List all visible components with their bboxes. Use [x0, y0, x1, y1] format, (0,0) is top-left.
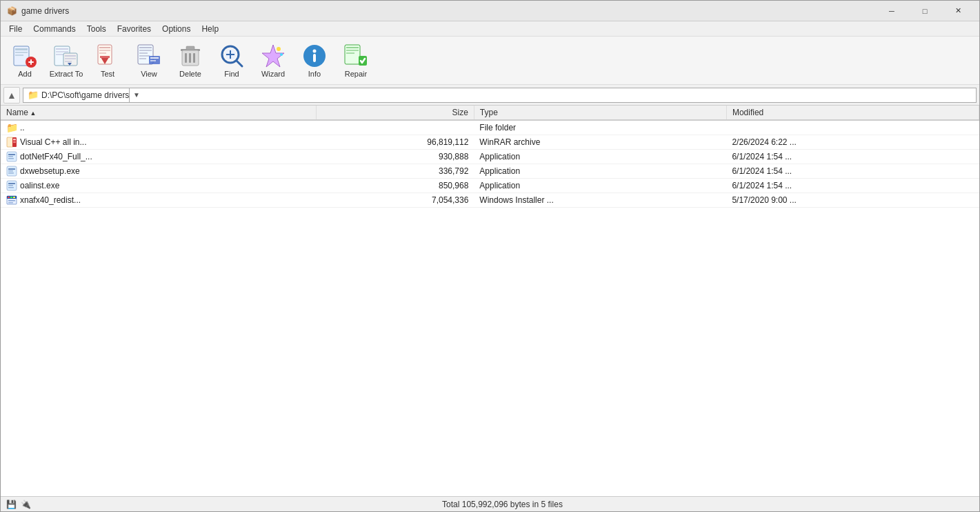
maximize-button[interactable]: □ [909, 1, 941, 21]
svg-rect-74 [13, 197, 15, 198]
file-table-body: 📁..File folder Visual C++ all in...96,81… [1, 120, 979, 208]
svg-rect-12 [65, 55, 76, 57]
menu-item-help[interactable]: Help [196, 21, 224, 37]
extract-button[interactable]: Extract To [46, 39, 86, 82]
menu-item-commands[interactable]: Commands [28, 21, 81, 37]
column-header-name[interactable]: Name [1, 106, 317, 120]
file-icon [6, 195, 17, 206]
test-button-label: Test [101, 70, 114, 78]
svg-rect-64 [8, 170, 13, 172]
svg-rect-55 [13, 139, 16, 140]
svg-marker-42 [262, 45, 284, 67]
table-row[interactable]: xnafx40_redist...7,054,336Windows Instal… [1, 193, 979, 208]
svg-rect-76 [8, 202, 13, 204]
svg-rect-75 [8, 200, 15, 201]
file-name-text: dxwebsetup.exe [20, 166, 80, 176]
svg-point-46 [313, 49, 317, 52]
file-list[interactable]: Name Size Type Modified 📁..File folder V… [1, 106, 979, 496]
svg-rect-2 [15, 52, 28, 53]
file-type-cell: File folder [474, 120, 726, 135]
svg-rect-3 [15, 55, 23, 56]
wizard-button-label: Wizard [261, 70, 285, 78]
file-name-cell: xnafx40_redist... [1, 193, 317, 208]
close-button[interactable]: ✕ [942, 1, 974, 21]
file-type-cell: WinRAR archive [474, 135, 726, 150]
table-row[interactable]: oalinst.exe850,968Application6/1/2024 1:… [1, 179, 979, 193]
file-modified-cell: 6/1/2024 1:54 ... [726, 150, 979, 164]
svg-rect-26 [139, 55, 150, 57]
svg-rect-72 [8, 197, 10, 198]
table-row[interactable]: 📁..File folder [1, 120, 979, 135]
svg-rect-49 [346, 47, 359, 48]
column-header-modified[interactable]: Modified [726, 106, 979, 120]
svg-rect-29 [150, 57, 159, 59]
test-button[interactable]: Test [88, 39, 128, 82]
content-area: Name Size Type Modified 📁..File folder V… [1, 106, 979, 496]
svg-rect-8 [56, 48, 68, 50]
menu-item-options[interactable]: Options [157, 21, 196, 37]
find-button[interactable]: Find [212, 39, 252, 82]
svg-rect-73 [10, 197, 12, 198]
view-button[interactable]: View [129, 39, 169, 82]
menu-item-tools[interactable]: Tools [81, 21, 112, 37]
svg-rect-35 [189, 53, 191, 63]
svg-rect-19 [99, 52, 106, 54]
view-button-label: View [141, 70, 157, 78]
svg-rect-69 [8, 187, 14, 188]
file-name-text: dotNetFx40_Full_... [20, 152, 92, 161]
find-button-label: Find [224, 70, 239, 78]
file-name-cell: 📁.. [1, 120, 317, 135]
svg-rect-27 [139, 58, 146, 59]
folder-icon: 📁 [28, 90, 39, 100]
svg-rect-13 [65, 58, 76, 59]
column-header-type[interactable]: Type [474, 106, 726, 120]
address-path-container[interactable]: 📁 D:\PC\soft\game drivers ▼ [23, 88, 977, 103]
svg-rect-24 [139, 50, 152, 51]
svg-rect-59 [8, 154, 15, 155]
file-modified-cell [726, 120, 979, 135]
table-row[interactable]: dotNetFx40_Full_...930,888Application6/1… [1, 150, 979, 164]
table-header-row: Name Size Type Modified [1, 106, 979, 120]
app-icon: 📦 [6, 6, 17, 17]
menu-item-favorites[interactable]: Favorites [112, 21, 157, 37]
file-icon: 📁 [6, 122, 17, 133]
minimize-button[interactable]: ─ [876, 1, 908, 21]
extract-button-label: Extract To [50, 70, 83, 78]
status-icon-2: 🔌 [21, 500, 31, 509]
file-modified-cell: 5/17/2020 9:00 ... [726, 193, 979, 208]
menu-item-file[interactable]: File [3, 21, 28, 37]
address-dropdown-button[interactable]: ▼ [129, 88, 143, 103]
svg-point-44 [280, 53, 283, 56]
svg-rect-50 [346, 50, 359, 51]
file-type-cell: Application [474, 164, 726, 179]
svg-rect-56 [13, 141, 16, 141]
window-title: game drivers [21, 6, 876, 16]
svg-rect-21 [100, 56, 110, 58]
svg-rect-32 [186, 46, 194, 50]
info-button[interactable]: Info [294, 39, 334, 82]
add-button[interactable]: Add [5, 39, 45, 82]
file-size-cell [317, 120, 474, 135]
file-name-text: xnafx40_redist... [20, 195, 81, 205]
file-name-text: .. [20, 123, 25, 132]
table-row[interactable]: dxwebsetup.exe336,792Application6/1/2024… [1, 164, 979, 179]
svg-rect-6 [30, 59, 32, 65]
repair-button[interactable]: Repair [336, 39, 376, 82]
file-name-cell: dotNetFx40_Full_... [1, 150, 317, 164]
navigate-up-button[interactable]: ▲ [3, 87, 20, 104]
svg-rect-60 [8, 156, 13, 157]
file-name-cell: oalinst.exe [1, 179, 317, 193]
table-row[interactable]: Visual C++ all in...96,819,112WinRAR arc… [1, 135, 979, 150]
status-icon-1: 💾 [6, 500, 17, 509]
svg-rect-23 [139, 47, 152, 48]
file-icon [6, 180, 17, 191]
column-header-size[interactable]: Size [317, 106, 474, 120]
wizard-button[interactable]: Wizard [253, 39, 293, 82]
file-name-text: oalinst.exe [20, 181, 59, 190]
file-size-cell: 336,792 [317, 164, 474, 179]
file-size-cell: 850,968 [317, 179, 474, 193]
delete-button[interactable]: Delete [170, 39, 210, 82]
file-type-cell: Application [474, 179, 726, 193]
svg-rect-18 [99, 50, 110, 51]
file-modified-cell: 2/26/2024 6:22 ... [726, 135, 979, 150]
